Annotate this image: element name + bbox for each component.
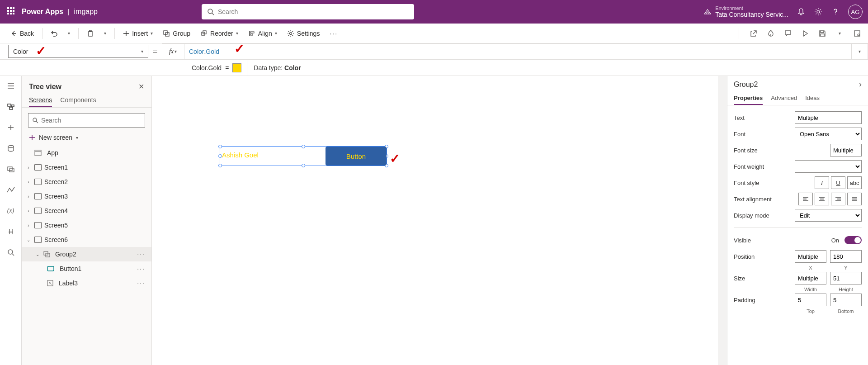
position-y-input[interactable] — [830, 250, 862, 263]
new-screen-button[interactable]: New screen ▾ — [22, 131, 151, 144]
svg-line-23 — [12, 254, 14, 256]
undo-dropdown[interactable]: ▾ — [64, 29, 74, 38]
tools-icon[interactable] — [5, 226, 16, 237]
tree-search[interactable] — [28, 113, 145, 128]
reorder-button[interactable]: Reorder▾ — [197, 28, 242, 39]
paste-button[interactable] — [83, 28, 98, 39]
more-icon[interactable]: ··· — [137, 280, 145, 287]
close-icon[interactable]: ✕ — [138, 82, 144, 91]
color-swatch — [232, 63, 241, 72]
tree-item-screen[interactable]: ›Screen2 — [22, 175, 151, 189]
tab-properties[interactable]: Properties — [734, 92, 763, 105]
prop-label: Visible — [734, 237, 828, 244]
hamburger-icon[interactable] — [5, 81, 16, 91]
undo-button[interactable] — [47, 28, 61, 39]
visible-toggle[interactable] — [844, 236, 862, 244]
more-button[interactable]: ··· — [326, 28, 341, 39]
comments-icon[interactable] — [783, 29, 793, 38]
align-justify-button[interactable] — [847, 193, 862, 205]
width-input[interactable] — [795, 272, 826, 284]
group-button[interactable]: Group — [159, 28, 194, 39]
settings-button[interactable]: Settings — [283, 28, 324, 39]
help-icon[interactable] — [831, 7, 840, 16]
tab-ideas[interactable]: Ideas — [805, 92, 820, 105]
svg-point-0 — [208, 9, 212, 14]
data-icon[interactable] — [5, 143, 16, 154]
resize-handle[interactable] — [302, 164, 305, 167]
design-canvas[interactable]: Ashish Goel Button ✓ — [152, 76, 727, 365]
user-avatar[interactable]: AG — [848, 5, 863, 19]
displaymode-select[interactable]: Edit — [795, 209, 862, 222]
strike-button[interactable]: abc — [847, 176, 862, 189]
publish-icon[interactable] — [853, 29, 862, 38]
more-icon[interactable]: ··· — [137, 251, 145, 258]
play-icon[interactable] — [801, 29, 810, 38]
align-button[interactable]: Align▾ — [245, 28, 281, 39]
tree-item-label-control[interactable]: Label3··· — [22, 276, 151, 290]
text-input[interactable] — [795, 111, 862, 124]
paste-dropdown[interactable]: ▾ — [100, 29, 110, 38]
notifications-icon[interactable] — [797, 7, 806, 16]
tree-item-button[interactable]: Button1··· — [22, 261, 151, 276]
insert-rail-icon[interactable] — [5, 122, 16, 133]
back-button[interactable]: Back — [6, 28, 38, 39]
save-icon[interactable] — [818, 29, 827, 38]
resize-handle[interactable] — [218, 164, 222, 167]
fontsize-input[interactable] — [830, 144, 862, 156]
artboard[interactable]: Ashish Goel Button ✓ — [152, 76, 718, 365]
align-right-button[interactable] — [831, 193, 845, 205]
selected-group[interactable]: Ashish Goel Button — [220, 146, 387, 166]
canvas-label-control[interactable]: Ashish Goel — [222, 151, 259, 159]
environment-icon — [703, 8, 712, 16]
padding-top-input[interactable] — [795, 294, 826, 306]
tab-components[interactable]: Components — [60, 94, 96, 107]
save-dropdown[interactable]: ▾ — [835, 29, 844, 38]
tree-item-screen[interactable]: ›Screen1 — [22, 160, 151, 175]
settings-icon[interactable] — [814, 7, 823, 16]
tree-item-screen[interactable]: ›Screen5 — [22, 218, 151, 232]
tree-item-screen[interactable]: ⌄Screen6 — [22, 232, 151, 247]
app-icon — [34, 150, 42, 156]
search-input[interactable] — [218, 8, 409, 15]
formula-input[interactable]: Color.Gold ✓ — [184, 43, 852, 59]
property-selector[interactable]: Color ✓ ▾ — [8, 45, 148, 58]
tree-item-app[interactable]: App — [22, 146, 151, 160]
more-icon[interactable]: ··· — [137, 265, 145, 272]
environment-picker[interactable]: Environment Tata Consultancy Servic... — [703, 5, 788, 18]
treeview-icon[interactable] — [5, 101, 16, 112]
underline-button[interactable]: U — [831, 176, 845, 189]
position-x-input[interactable] — [795, 250, 826, 263]
italic-button[interactable]: I — [815, 176, 829, 189]
expand-formula-icon[interactable]: ▾ — [852, 43, 868, 59]
share-icon[interactable] — [749, 29, 758, 38]
canvas-button-control[interactable]: Button — [326, 147, 387, 166]
tree-item-group[interactable]: ⌄Group2··· — [22, 247, 151, 261]
align-center-button[interactable] — [815, 193, 829, 205]
reorder-icon — [200, 30, 208, 37]
media-icon[interactable] — [5, 164, 16, 175]
variables-icon[interactable]: (x) — [5, 205, 16, 216]
tab-screens[interactable]: Screens — [29, 94, 52, 107]
padding-bottom-input[interactable] — [830, 294, 862, 306]
align-left-button[interactable] — [798, 193, 813, 205]
search-rail-icon[interactable] — [5, 247, 16, 258]
tab-advanced[interactable]: Advanced — [771, 92, 797, 105]
global-search[interactable] — [202, 4, 414, 19]
checker-icon[interactable] — [766, 29, 775, 38]
resize-handle[interactable] — [218, 145, 222, 148]
fontweight-select[interactable] — [795, 160, 862, 173]
tree-item-screen[interactable]: ›Screen4 — [22, 204, 151, 218]
fx-button[interactable]: fx▾ — [162, 43, 184, 59]
flows-icon[interactable] — [5, 185, 16, 195]
waffle-icon[interactable] — [7, 7, 16, 16]
tree-item-screen[interactable]: ›Screen3 — [22, 189, 151, 204]
height-input[interactable] — [830, 272, 862, 284]
insert-button[interactable]: Insert▾ — [119, 28, 156, 39]
tree-search-input[interactable] — [41, 117, 141, 124]
screen-icon — [34, 164, 42, 171]
font-select[interactable]: Open Sans — [795, 128, 862, 140]
chevron-down-icon: ▾ — [151, 31, 153, 36]
chevron-right-icon[interactable]: › — [859, 80, 862, 89]
resize-handle[interactable] — [302, 145, 305, 148]
resize-handle[interactable] — [218, 154, 222, 158]
